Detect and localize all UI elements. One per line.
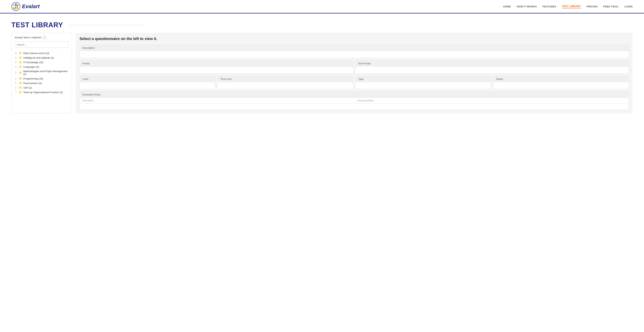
sub-family-box: Sub Family - (355, 60, 629, 74)
folder-icon: 📁 (19, 86, 22, 89)
family-value: - (80, 67, 353, 73)
status-header: Status (494, 76, 629, 82)
family-header: Family (80, 61, 353, 67)
tree-item-languages[interactable]: ├─ 📁 Languages (4) (14, 65, 69, 69)
svg-rect-1 (13, 7, 14, 9)
evaluated-areas-box: Evaluated Areas Description Long Descrip… (80, 91, 629, 110)
tree-item-data-science[interactable]: ├─ 📁 Data Science and AI (4) (14, 51, 69, 55)
logo: ▦ Evalart (11, 2, 40, 11)
sub-family-value: - (356, 67, 629, 73)
header: ▦ Evalart HOME HOW IT WORKS FEATURES TES… (0, 0, 644, 14)
description-header: Description (80, 45, 629, 51)
svg-text:▦: ▦ (15, 3, 17, 5)
table-row: - - (80, 104, 629, 110)
svg-rect-4 (13, 5, 19, 5)
tree-item-programming[interactable]: ├─ 📁 Programming (16) (14, 76, 69, 81)
tree-branch-icon: ├─ (14, 82, 18, 84)
tree-item-label: Languages (4) (23, 65, 39, 68)
folder-icon: 📁 (19, 61, 22, 64)
tree-branch-icon: ├─ (14, 61, 18, 64)
left-panel: Include Tests in Spanish: ├─ 📁 Data Scie… (11, 33, 72, 113)
select-message: Select a questionnaire on the left to vi… (80, 37, 629, 41)
area-description-cell: - (80, 104, 354, 110)
folder-icon: 📁 (19, 56, 22, 59)
tree-branch-icon: ├─ (14, 77, 18, 80)
main-nav: HOME HOW IT WORKS FEATURES TEST LIBRARY … (503, 5, 633, 8)
type-value: - (356, 82, 491, 89)
tree-branch-icon: ├─ (14, 65, 18, 68)
tree-branch-icon: └─ (14, 91, 18, 94)
tree-item-it-knowledge[interactable]: ├─ 📁 IT Knowledge (10) (14, 60, 69, 65)
folder-icon: 📁 (19, 71, 22, 74)
col-description-header: Description (80, 98, 354, 104)
table-header-row: Description Long Description (80, 98, 629, 104)
time-limit-box: Time Limit - (218, 76, 353, 89)
tree-item-sap[interactable]: ├─ 📁 SAP (2) (14, 85, 69, 90)
evaluated-areas-header: Evaluated Areas (80, 92, 629, 98)
tree-item-label: Methodologies and Project Management (3) (23, 70, 69, 76)
details-row: Level - Time Limit - Type - Status - (80, 76, 629, 89)
tree-branch-icon: ├─ (14, 71, 18, 74)
right-panel: Select a questionnaire on the left to vi… (76, 33, 633, 113)
tree-item-label: Tests by Organizational Function (4) (23, 91, 63, 94)
logo-text: Evalart (22, 4, 40, 10)
logo-icon: ▦ (11, 2, 20, 11)
time-limit-value: - (218, 82, 353, 89)
tree-branch-icon: ├─ (14, 52, 18, 54)
family-row: Family - Sub Family - (80, 60, 629, 74)
folder-icon: 📁 (19, 82, 22, 85)
folder-icon: 📁 (19, 52, 22, 55)
evaluated-areas-table: Description Long Description - - (80, 98, 629, 109)
main-content: Include Tests in Spanish: ├─ 📁 Data Scie… (0, 33, 644, 121)
tree-item-psychometric[interactable]: ├─ 📁 Psychometric (6) (14, 81, 69, 85)
page-title: TEST LIBRARY (11, 21, 63, 29)
tree-item-intelligence[interactable]: ├─ 📁 Intelligence and Aptitude (4) (14, 55, 69, 60)
col-long-description-header: Long Description (354, 98, 629, 104)
tree-branch-icon: ├─ (14, 56, 18, 59)
tree-item-label: SAP (2) (23, 86, 32, 89)
status-value: - (494, 82, 629, 89)
tree-item-label: Intelligence and Aptitude (4) (23, 56, 54, 59)
nav-login[interactable]: LOGIN (624, 5, 633, 8)
tree-item-label: IT Knowledge (10) (23, 61, 44, 64)
tree-item-label: Data Science and AI (4) (23, 52, 49, 55)
area-long-description-cell: - (354, 104, 629, 110)
svg-rect-3 (17, 5, 18, 9)
tree-list: ├─ 📁 Data Science and AI (4) ├─ 📁 Intell… (14, 51, 69, 94)
sub-family-header: Sub Family (356, 61, 629, 67)
nav-features[interactable]: FEATURES (542, 5, 556, 8)
tree-item-label: Psychometric (6) (23, 82, 42, 85)
svg-rect-2 (15, 6, 16, 9)
type-box: Type - (355, 76, 491, 89)
search-input[interactable] (14, 42, 69, 48)
page-title-section: TEST LIBRARY (0, 14, 644, 33)
level-value: - (80, 82, 215, 89)
nav-pricing[interactable]: PRICING (586, 5, 598, 8)
status-box: Status - (493, 76, 629, 89)
nav-free-trial[interactable]: FREE TRIAL (603, 5, 619, 8)
tree-item-org-function[interactable]: └─ 📁 Tests by Organizational Function (4… (14, 90, 69, 94)
folder-icon: 📁 (19, 77, 22, 80)
level-header: Level (80, 76, 215, 82)
include-spanish-row: Include Tests in Spanish: (14, 36, 69, 39)
nav-test-library[interactable]: TEST LIBRARY (562, 5, 581, 8)
tree-item-label: Programming (16) (23, 77, 43, 80)
include-spanish-checkbox[interactable] (44, 36, 46, 39)
folder-icon: 📁 (19, 91, 22, 94)
type-header: Type (356, 76, 491, 82)
folder-icon: 📁 (19, 65, 22, 68)
nav-home[interactable]: HOME (503, 5, 511, 8)
tree-branch-icon: ├─ (14, 86, 18, 89)
level-box: Level - (80, 76, 215, 89)
description-box: Description - (80, 45, 629, 58)
tree-item-methodologies[interactable]: ├─ 📁 Methodologies and Project Managemen… (14, 69, 69, 76)
nav-how-it-works[interactable]: HOW IT WORKS (516, 5, 536, 8)
include-spanish-label: Include Tests in Spanish: (14, 36, 42, 39)
description-value: - (80, 51, 629, 58)
title-divider (69, 25, 144, 25)
family-box: Family - (80, 60, 353, 74)
time-limit-header: Time Limit (218, 76, 353, 82)
